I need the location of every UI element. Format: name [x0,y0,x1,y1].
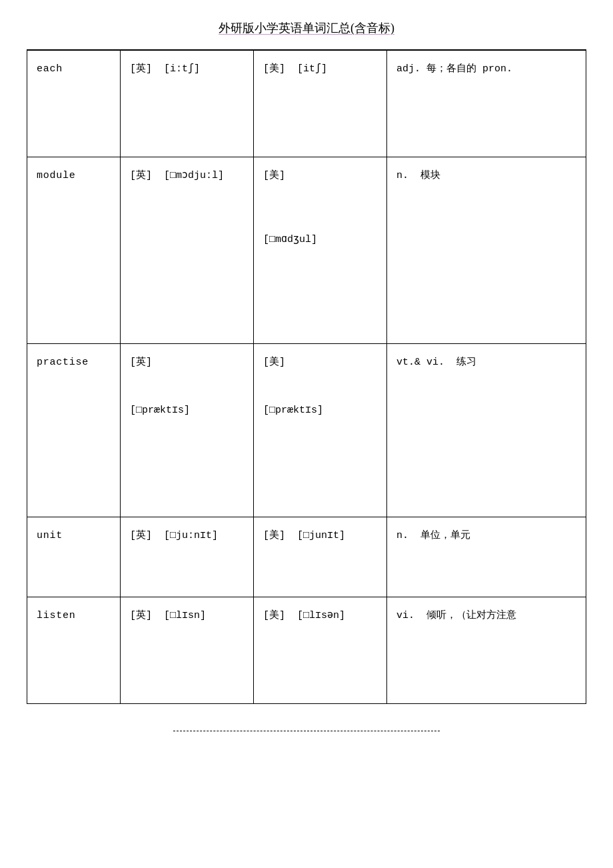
us-phonetic-practise: [美][□præktɪs] [254,344,387,517]
definition-unit: n. 单位，单元 [387,517,586,597]
word-cell-practise: practise [27,344,121,517]
us-phonetic-unit: [美] [□junɪt] [254,517,387,597]
page-title: 外研版小学英语单词汇总(含音标) [219,21,394,35]
uk-phonetic-module: [英] [□mɔdjuːl] [121,157,254,344]
table-row: unit [英] [□juːnɪt] [美] [□junɪt] n. 单位，单元 [27,517,586,597]
word-cell-each: each [27,51,121,157]
table-row: each [英] [iːtʃ] [美] [itʃ] adj. 每；各自的 pro… [27,51,586,157]
definition-module: n. 模块 [387,157,586,344]
us-phonetic-each: [美] [itʃ] [254,51,387,157]
table-row: practise [英][□præktɪs] [美][□præktɪs] vt.… [27,344,586,517]
uk-phonetic-practise: [英][□præktɪs] [121,344,254,517]
table-row: listen [英] [□lɪsn] [美] [□lɪsən] vi. 倾听，（… [27,597,586,704]
us-phonetic-listen: [美] [□lɪsən] [254,597,387,704]
definition-listen: vi. 倾听，（让对方注意 [387,597,586,704]
word-cell-module: module [27,157,121,344]
vocab-table: each [英] [iːtʃ] [美] [itʃ] adj. 每；各自的 pro… [27,50,586,704]
definition-each: adj. 每；各自的 pron. [387,51,586,157]
uk-phonetic-each: [英] [iːtʃ] [121,51,254,157]
uk-phonetic-unit: [英] [□juːnɪt] [121,517,254,597]
uk-phonetic-listen: [英] [□lɪsn] [121,597,254,704]
table-row: module [英] [□mɔdjuːl] [美][□mɑdʒul] n. 模块 [27,157,586,344]
word-cell-unit: unit [27,517,121,597]
bottom-divider [173,731,440,731]
us-phonetic-module: [美][□mɑdʒul] [254,157,387,344]
definition-practise: vt.& vi. 练习 [387,344,586,517]
word-cell-listen: listen [27,597,121,704]
